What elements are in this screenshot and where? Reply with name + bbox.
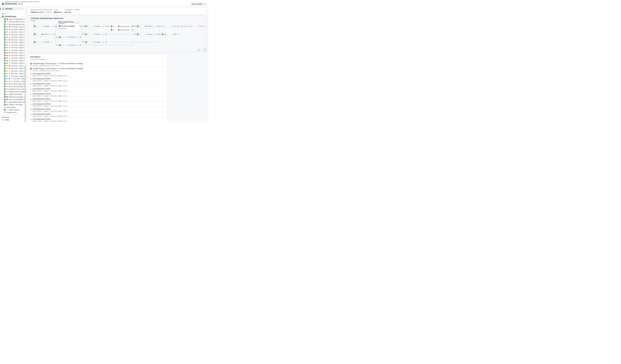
graph-node-ghp[interactable]: S... / ... /Publish to GH-P...7s <box>136 24 157 28</box>
annotation-title[interactable]: pyTooling/upload-artifact <box>33 78 68 80</box>
sidebar-job-item[interactable]: Unit Tests - Python 3.11 <box>0 70 25 72</box>
commit-sha[interactable]: d0f07e1 <box>47 11 52 13</box>
breadcrumb-link[interactable]: Verification of Pipeline Templates (Simp… <box>5 1 40 2</box>
sidebar-job-item[interactable]: Unit Tests - Python 3.13 <box>0 62 25 65</box>
annotation-title[interactable]: SimplePackage / DocCoverage /Check docum… <box>33 63 83 65</box>
sq-blue-icon <box>9 78 10 80</box>
sidebar-job-item[interactable]: Unit Tests - Python 3.9 <box>0 38 25 41</box>
graph-node-release[interactable]: S... / ... /Create 'Release Pa... <box>161 24 181 28</box>
annotation-title[interactable]: pyTooling/upload-artifact <box>33 88 68 90</box>
matrix-tab[interactable]: Matrix: SimplePackage / UnitTest... <box>57 21 74 24</box>
sidebar-job-item[interactable]: Unit Tests - Python 3.10 <box>0 67 25 70</box>
sidebar-job-item[interactable]: Unit Tests - Python 3.11 <box>0 31 25 34</box>
sidebar-job-item[interactable]: Unit Tests - Python 3.9 <box>0 26 25 28</box>
zoom-out-button[interactable]: − <box>201 49 204 51</box>
graph-node-pypi[interactable]: Simple... / ... /Publish to PyPI <box>185 24 207 28</box>
sidebar-job-item[interactable]: Unit Tests - Python 3.12 <box>0 80 25 83</box>
sidebar-job-item[interactable]: Unit Tests - Python 3.13 <box>0 49 25 52</box>
graph-node-cstatic[interactable]: S... / ... /Check Static Ty...17s <box>58 35 79 39</box>
graph-node-pubtest[interactable]: S... / ... /Publish Test Re...13s <box>84 33 105 36</box>
dot-yellow-icon <box>9 31 10 33</box>
sidebar-job-item[interactable]: Generate pipeline parameters <box>0 23 25 26</box>
sidebar-job-item[interactable]: Unit Tests - Python 3.10 <box>0 28 25 31</box>
sidebar-job-item[interactable]: Unit Tests - Python 3.10 <box>0 54 25 57</box>
sidebar-job-item[interactable]: Unit Tests - Python 3.12 <box>0 46 25 49</box>
sidebar-job-item[interactable]: Publish to GH-Pages <box>0 104 25 106</box>
graph-node-extract[interactable]: S... / ... /Extract configur...4s <box>33 33 54 36</box>
rerun-all-jobs-button[interactable]: Re-run all jobs <box>190 2 204 6</box>
node-duration: 7s <box>154 26 155 27</box>
sidebar-job-item[interactable]: Unit Tests - Python 3.11 <box>0 57 25 59</box>
job-label: Unit Tests - Python 3.12 <box>11 73 25 74</box>
sidebar-item-workflow-file[interactable]: Workflow file <box>0 122 25 122</box>
job-label: Package in Source and Wheel... <box>9 88 25 90</box>
dot-red-icon <box>9 52 10 53</box>
sidebar-job-item[interactable]: Unit Tests - Python 3.9 <box>0 65 25 67</box>
annotation-title[interactable]: pyTooling/upload-artifact <box>33 93 68 95</box>
success-check-icon <box>4 83 6 85</box>
success-check-icon <box>4 75 6 77</box>
artifacts-label: Artifacts <box>75 9 80 11</box>
sidebar-job-item[interactable]: Publish Test Results <box>0 93 25 96</box>
kebab-menu-button[interactable]: ••• <box>204 2 207 6</box>
success-check-icon <box>4 60 6 61</box>
sidebar-job-item[interactable]: Unit Tests - Python 3.13 <box>0 36 25 39</box>
graph-node-pubcode[interactable]: S... / ... /Publish Code C...20s <box>84 24 105 28</box>
sidebar-job-item[interactable]: Check Static Typing using Pyt... <box>0 83 25 85</box>
success-check-icon <box>85 33 87 35</box>
sidebar-job-item[interactable]: Unit Tests - Python 3.12 <box>0 72 25 75</box>
graph-node-gen1[interactable]: S... / ... /Generate pipelin...0s <box>33 24 54 28</box>
sidebar-job-item[interactable]: Unit Tests - Python 3.10 <box>0 41 25 44</box>
sidebar-job-item[interactable]: HTML Documentation using ... <box>0 96 25 98</box>
show-all-jobs-link[interactable]: Show all jobs <box>59 28 79 30</box>
sidebar-job-item[interactable]: LaTeX Documentation using ... <box>0 98 25 101</box>
back-arrow-icon[interactable]: ← <box>2 1 4 3</box>
sidebar-job-item[interactable]: Package in Source and Wheel... <box>0 88 25 90</box>
sidebar-job-item[interactable]: PublishOnPyPI <box>0 111 25 114</box>
sidebar-job-item[interactable]: Unit Tests - Python 3.12 <box>0 77 25 80</box>
annotation-title[interactable]: pyTooling/upload-artifact <box>33 103 68 105</box>
sidebar-job-item[interactable]: Intermediate Artifact Cleanup <box>0 101 25 104</box>
sidebar-item-summary[interactable]: Summary <box>1 7 24 10</box>
book-icon <box>6 99 8 100</box>
annotation-title[interactable]: pyTooling/upload-artifact <box>33 83 68 85</box>
graph-node-cdoc[interactable]: S... / ... /Check docume...18s <box>58 43 79 47</box>
success-check-icon <box>4 96 6 98</box>
annotation-title[interactable]: pyTooling/upload-artifact <box>33 113 68 115</box>
annotation-title[interactable]: pyTooling/upload-artifact <box>33 73 68 75</box>
sidebar-job-item[interactable]: Check documentation covera... <box>0 85 25 88</box>
annotation-title-text: pyTooling/upload-artifact <box>33 103 51 105</box>
scrollbar-thumb[interactable] <box>25 66 26 122</box>
graph-node-html[interactable]: S... / ... /HTML Docume...55s <box>109 25 132 28</box>
actor-name[interactable]: Paebbels <box>31 11 38 13</box>
annotation-title[interactable]: SimplePackage / DocCoverage /Check docum… <box>33 68 83 69</box>
sidebar-job-item[interactable]: Artifact Cleanup <box>0 109 25 111</box>
graph-node-package[interactable]: S... / ... /Package in Sou...18s <box>84 40 105 44</box>
sidebar-job-item[interactable]: Publish Code Coverage Results <box>0 90 25 93</box>
matrix-node[interactable]: 22 jobs completed Show all jobs <box>57 24 79 31</box>
workflow-group-simplepackage[interactable]: SimplePackage <box>2 16 24 17</box>
fullscreen-button[interactable] <box>197 48 200 52</box>
zoom-in-button[interactable]: + <box>204 49 207 51</box>
sidebar-item-usage[interactable]: Usage <box>0 119 25 121</box>
graph-node-interm[interactable]: S... / ... /Intermediate A...16s <box>136 33 157 36</box>
sidebar-job-item[interactable]: Unit Tests - Python 3.13 <box>0 75 25 77</box>
chart-icon <box>93 33 94 35</box>
sidebar-job-item[interactable]: Unit Tests - Python 3.12 <box>0 59 25 62</box>
dot-green-icon <box>11 81 13 82</box>
sidebar-job-item[interactable]: Generate pipeline parameters <box>0 20 25 23</box>
graph-node-latex[interactable]: S... / ... /LaTeX Docume...51s <box>109 28 132 32</box>
trigger-column: Triggered via push 13 minutes ago Paebbe… <box>30 7 54 15</box>
sidebar-job-item[interactable]: Extract configurations from p... <box>0 18 25 20</box>
annotation-title[interactable]: pyTooling/upload-artifact <box>33 98 68 100</box>
sidebar-job-item[interactable]: Unit Tests - Python 3.12 <box>0 33 25 36</box>
chevron-up-icon[interactable] <box>21 16 23 17</box>
graph-node-artifact[interactable]: Sim... / ... /Artifact Cleanup4s <box>161 33 181 36</box>
sidebar-job-item[interactable]: Unit Tests - Python 3.9 <box>0 52 25 54</box>
sidebar-scrollbar[interactable] <box>25 6 26 122</box>
annotation-title[interactable]: pyTooling/upload-artifact <box>33 118 68 120</box>
sidebar-job-item[interactable]: ReleasePage <box>0 106 25 109</box>
graph-node-gen2[interactable]: S... / ... /Generate pipelin...0s <box>33 40 54 44</box>
annotation-title[interactable]: pyTooling/upload-artifact <box>33 108 68 110</box>
sidebar-job-item[interactable]: Unit Tests - Python 3.11 <box>0 44 25 46</box>
